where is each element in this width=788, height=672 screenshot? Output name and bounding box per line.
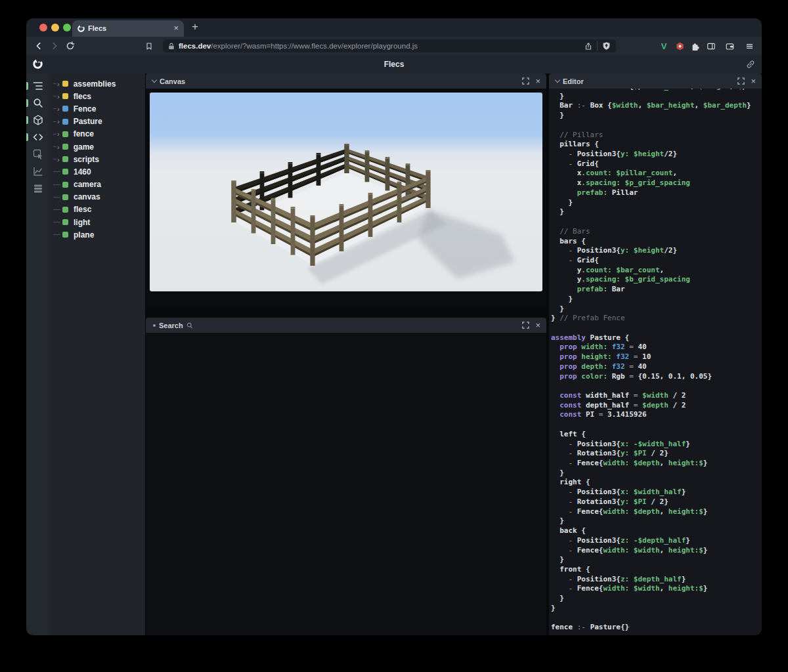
close-panel-icon[interactable]: × <box>751 76 756 86</box>
canvas-panel-header[interactable]: Canvas × <box>146 74 546 89</box>
menu-icon[interactable] <box>743 40 755 52</box>
browser-window: Flecs × + flecs.dev/explorer/?wasm=https… <box>26 18 762 635</box>
minimize-window-button[interactable] <box>51 24 59 32</box>
search-panel-body[interactable] <box>146 333 546 635</box>
scene-canvas-icon <box>33 115 43 125</box>
fullscreen-icon[interactable] <box>522 322 529 329</box>
active-indicator <box>26 116 28 124</box>
browser-tab-flecs[interactable]: Flecs × <box>72 20 184 37</box>
tree-item-label: light <box>74 218 90 227</box>
tree-item-assemblies[interactable]: ›assemblies <box>49 77 145 90</box>
tree-item-label: fence <box>74 129 94 138</box>
editor-panel-header[interactable]: Editor × <box>549 74 762 89</box>
entity-color-square <box>62 119 68 125</box>
collapsed-dot-icon[interactable] <box>153 324 156 327</box>
query-search-icon <box>33 98 43 108</box>
vue-devtools-icon[interactable]: V <box>658 40 670 52</box>
fullscreen-icon[interactable] <box>522 77 529 85</box>
3d-viewport[interactable] <box>150 93 542 291</box>
tree-guide <box>53 197 60 198</box>
reload-button[interactable] <box>64 40 76 52</box>
tool-icon-statistics[interactable] <box>26 163 49 180</box>
expand-chevron-icon[interactable]: › <box>57 81 60 87</box>
wallet-icon[interactable] <box>724 40 735 52</box>
statistics-icon <box>33 166 43 177</box>
tool-icon-query-search[interactable] <box>26 94 49 112</box>
expand-chevron-icon[interactable]: › <box>57 106 60 112</box>
collapse-chevron-icon[interactable] <box>555 77 560 83</box>
forward-button[interactable] <box>49 40 60 52</box>
tool-icon-script-editor[interactable] <box>26 129 49 146</box>
tree-guide <box>53 159 56 159</box>
tree-item-Fence[interactable]: ›Fence <box>49 102 145 115</box>
expand-chevron-icon[interactable]: › <box>57 156 60 163</box>
tree-item-fence[interactable]: ›fence <box>49 128 145 140</box>
tree-item-1460[interactable]: 1460 <box>49 165 145 178</box>
tree-item-label: plane <box>74 230 94 240</box>
permalink-icon[interactable] <box>746 60 755 69</box>
tree-item-flecs[interactable]: ›flecs <box>49 90 145 102</box>
expand-chevron-icon[interactable]: › <box>57 131 60 137</box>
entity-tree-list: ›assemblies›flecs›Fence›Pasture›fence›ga… <box>49 74 145 635</box>
collapse-chevron-icon[interactable] <box>152 77 157 83</box>
zoom-window-button[interactable] <box>63 24 71 32</box>
tool-icon-scene-canvas[interactable] <box>26 112 49 129</box>
tree-guide <box>53 108 56 109</box>
bookmark-icon[interactable] <box>143 40 155 52</box>
expand-chevron-icon[interactable]: › <box>57 93 60 100</box>
tool-icon-inspector[interactable] <box>26 146 49 163</box>
tree-item-label: 1460 <box>74 167 91 177</box>
tree-item-light[interactable]: light <box>49 216 145 228</box>
close-panel-icon[interactable]: × <box>535 76 540 86</box>
tree-item-canvas[interactable]: canvas <box>49 191 145 203</box>
tree-item-label: game <box>74 142 94 152</box>
tree-item-label: flesc <box>74 205 91 214</box>
entity-color-square <box>62 144 68 150</box>
search-panel-header[interactable]: Search × <box>146 318 546 333</box>
url-bar[interactable]: flecs.dev/explorer/?wasm=https://www.fle… <box>163 39 616 52</box>
requests-icon <box>33 183 43 194</box>
tree-guide <box>53 121 56 122</box>
adblock-badge-icon[interactable] <box>674 40 686 52</box>
tree-guide <box>53 96 56 96</box>
tree-item-flesc[interactable]: flesc <box>49 203 145 216</box>
script-editor-body[interactable]: Pillar :- Box {$pillar_width, $height, $… <box>549 89 762 635</box>
tool-icon-entity-tree[interactable] <box>26 77 49 94</box>
tree-guide <box>53 222 60 222</box>
entity-color-square <box>62 106 68 112</box>
tree-guide <box>53 209 60 210</box>
fullscreen-icon[interactable] <box>737 77 745 85</box>
entity-color-square <box>62 182 68 188</box>
entity-color-square <box>62 156 68 162</box>
tree-item-label: canvas <box>74 192 100 201</box>
entity-color-square <box>62 219 68 225</box>
script-editor-icon <box>33 132 43 142</box>
tree-guide <box>53 234 60 235</box>
tree-item-plane[interactable]: plane <box>49 228 145 241</box>
flecs-script-code[interactable]: Pillar :- Box {$pillar_width, $height, $… <box>551 89 762 633</box>
brave-shield-icon[interactable] <box>602 41 611 51</box>
expand-chevron-icon[interactable]: › <box>57 144 60 150</box>
tree-item-game[interactable]: ›game <box>49 140 145 153</box>
canvas-panel-body <box>146 89 546 308</box>
close-window-button[interactable] <box>39 24 47 32</box>
extensions-puzzle-icon[interactable] <box>690 40 701 52</box>
close-panel-icon[interactable]: × <box>535 320 540 330</box>
editor-panel-title: Editor <box>563 77 584 85</box>
expand-chevron-icon[interactable]: › <box>57 118 60 125</box>
entity-color-square <box>62 81 68 87</box>
sidebar-toggle-icon[interactable] <box>705 40 717 52</box>
tool-icon-requests[interactable] <box>26 180 49 197</box>
tree-item-camera[interactable]: camera <box>49 178 145 191</box>
share-icon[interactable] <box>584 42 592 51</box>
back-button[interactable] <box>33 40 45 52</box>
tree-guide <box>53 83 56 84</box>
app-header: Flecs <box>26 55 762 74</box>
tab-close-icon[interactable]: × <box>173 23 179 33</box>
active-indicator <box>26 82 28 90</box>
tree-item-scripts[interactable]: ›scripts <box>49 153 145 165</box>
tree-item-label: Fence <box>74 104 97 114</box>
fence-scene <box>150 93 542 291</box>
new-tab-button[interactable]: + <box>192 20 198 33</box>
tree-item-Pasture[interactable]: ›Pasture <box>49 116 145 128</box>
